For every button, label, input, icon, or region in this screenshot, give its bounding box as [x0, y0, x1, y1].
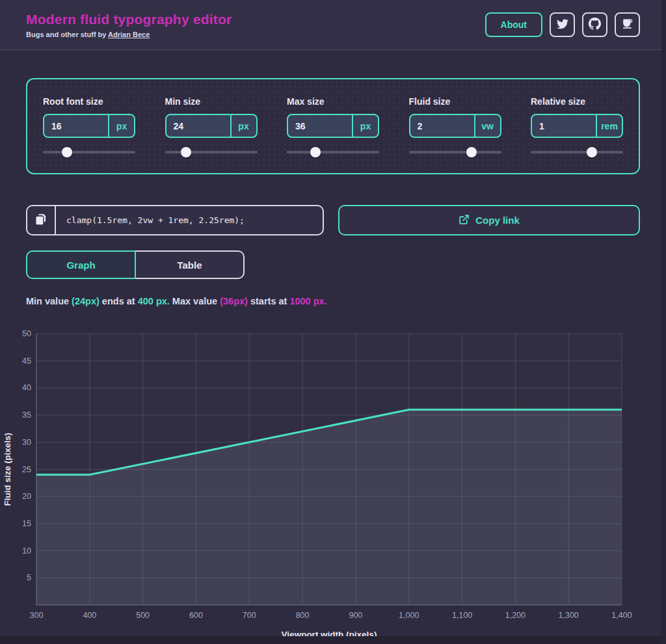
control-fluid-size: Fluid size vw	[409, 96, 501, 157]
svg-text:20: 20	[22, 492, 31, 501]
github-icon	[589, 18, 601, 32]
svg-text:600: 600	[189, 611, 203, 620]
svg-text:1,200: 1,200	[505, 611, 526, 620]
tab-table[interactable]: Table	[136, 250, 245, 279]
min-size-input[interactable]	[166, 115, 230, 137]
svg-text:1,000: 1,000	[399, 611, 419, 620]
control-relative-size: Relative size rem	[531, 96, 623, 157]
controls-panel: Root font size px Min size px Max size	[26, 78, 640, 174]
status-segment: 1000 px.	[289, 296, 326, 306]
svg-text:15: 15	[22, 519, 31, 528]
svg-text:1,100: 1,100	[452, 611, 472, 620]
copy-code-button[interactable]	[27, 206, 56, 234]
status-segment: Max value	[170, 296, 220, 306]
subtitle: Bugs and other stuff by Adrian Bece	[26, 31, 485, 38]
svg-text:400: 400	[83, 611, 96, 620]
root-font-size-slider[interactable]	[43, 147, 135, 157]
copy-link-label: Copy link	[475, 215, 520, 226]
clamp-code-box: clamp(1.5rem, 2vw + 1rem, 2.25rem);	[26, 205, 324, 235]
twitter-icon	[557, 18, 568, 32]
footer-edge	[0, 636, 666, 644]
slider-thumb[interactable]	[62, 147, 72, 157]
slider-thumb[interactable]	[310, 147, 321, 157]
tab-graph[interactable]: Graph	[26, 250, 136, 279]
slider-track	[165, 151, 258, 154]
view-tabs: Graph Table	[26, 250, 245, 279]
svg-text:10: 10	[22, 546, 31, 556]
scrollbar[interactable]	[661, 0, 666, 644]
app-header: Modern fluid typography editor Bugs and …	[0, 0, 666, 50]
svg-text:30: 30	[22, 438, 31, 447]
status-segment: 400 px.	[138, 296, 170, 306]
status-segment: ends at	[100, 296, 138, 306]
slider-track	[43, 151, 135, 154]
svg-text:50: 50	[22, 329, 31, 338]
coffee-icon	[621, 18, 633, 32]
root-font-size-input[interactable]	[44, 115, 108, 137]
fluid-size-slider[interactable]	[409, 147, 501, 157]
copy-icon	[34, 213, 47, 228]
slider-thumb[interactable]	[466, 147, 477, 157]
relative-size-slider[interactable]	[531, 147, 623, 157]
unit-label: px	[352, 115, 378, 137]
github-button[interactable]	[582, 12, 607, 37]
svg-text:300: 300	[30, 611, 44, 620]
svg-text:40: 40	[22, 383, 31, 392]
share-icon	[459, 214, 470, 227]
page-title: Modern fluid typography editor	[26, 12, 485, 27]
status-segment: starts at	[248, 296, 289, 306]
coffee-button[interactable]	[615, 12, 640, 37]
author-link[interactable]: Adrian Bece	[108, 31, 150, 38]
min-size-slider[interactable]	[165, 147, 258, 157]
twitter-button[interactable]	[550, 12, 575, 37]
control-label: Min size	[165, 96, 258, 107]
svg-text:1,300: 1,300	[559, 611, 579, 620]
unit-label: vw	[474, 115, 500, 137]
svg-text:25: 25	[22, 465, 31, 474]
svg-text:900: 900	[349, 611, 362, 620]
unit-label: px	[230, 115, 256, 137]
svg-text:500: 500	[136, 611, 150, 620]
slider-track	[409, 151, 501, 154]
subtitle-text: Bugs and other stuff by	[26, 31, 108, 38]
slider-track	[531, 151, 623, 154]
slider-thumb[interactable]	[587, 147, 597, 157]
control-min-size: Min size px	[165, 96, 258, 157]
copy-link-button[interactable]: Copy link	[338, 205, 640, 235]
unit-label: rem	[596, 115, 622, 137]
status-segment: Min value	[26, 296, 72, 306]
svg-text:1,400: 1,400	[611, 611, 632, 620]
about-button[interactable]: About	[485, 12, 542, 37]
svg-text:35: 35	[22, 410, 31, 420]
slider-track	[287, 151, 379, 154]
status-segment: (24px)	[72, 296, 100, 306]
slider-thumb[interactable]	[181, 147, 191, 157]
svg-text:700: 700	[243, 611, 256, 620]
max-size-input[interactable]	[288, 115, 352, 137]
control-label: Max size	[287, 96, 379, 107]
control-label: Root font size	[43, 96, 135, 107]
svg-text:Fluid size (pixels): Fluid size (pixels)	[3, 433, 12, 506]
control-label: Fluid size	[409, 96, 501, 107]
status-segment: (36px)	[220, 296, 248, 306]
fluid-size-input[interactable]	[410, 115, 474, 137]
control-root-font-size: Root font size px	[43, 96, 135, 157]
svg-text:800: 800	[296, 611, 310, 620]
unit-label: px	[108, 115, 134, 137]
relative-size-input[interactable]	[532, 115, 596, 137]
svg-text:45: 45	[22, 356, 31, 366]
control-max-size: Max size px	[287, 96, 379, 157]
clamp-code-text[interactable]: clamp(1.5rem, 2vw + 1rem, 2.25rem);	[56, 206, 323, 234]
line-chart: 5101520253035404550300400500600700800900…	[0, 312, 666, 644]
fluid-size-chart: 5101520253035404550300400500600700800900…	[0, 312, 666, 644]
control-label: Relative size	[531, 96, 623, 107]
svg-text:5: 5	[27, 573, 31, 582]
max-size-slider[interactable]	[287, 147, 379, 157]
clamp-range-status: Min value (24px) ends at 400 px. Max val…	[26, 296, 640, 306]
